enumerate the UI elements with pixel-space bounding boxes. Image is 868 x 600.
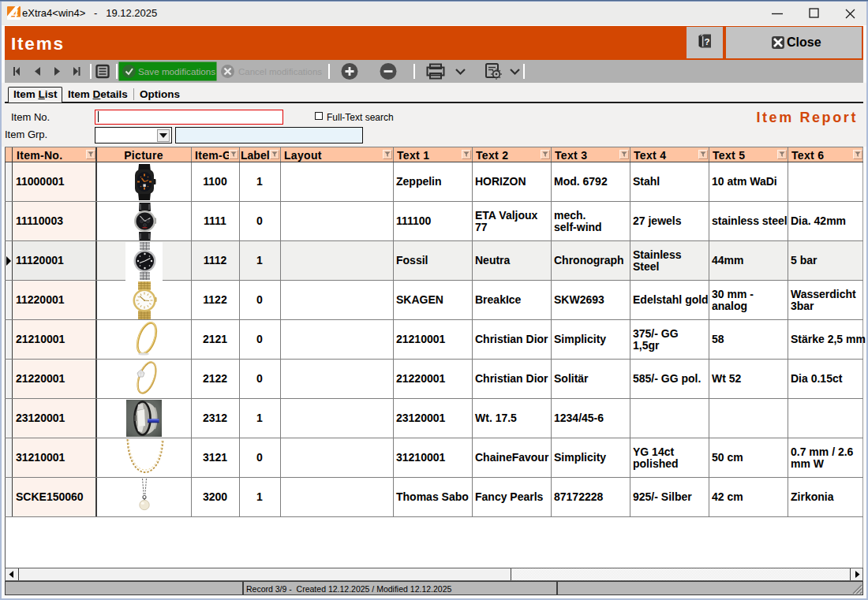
- svg-text:4: 4: [11, 7, 18, 20]
- svg-text:?: ?: [704, 37, 709, 47]
- svg-text:Cancel modifications: Cancel modifications: [238, 67, 322, 76]
- svg-text:Save modifications: Save modifications: [138, 66, 215, 76]
